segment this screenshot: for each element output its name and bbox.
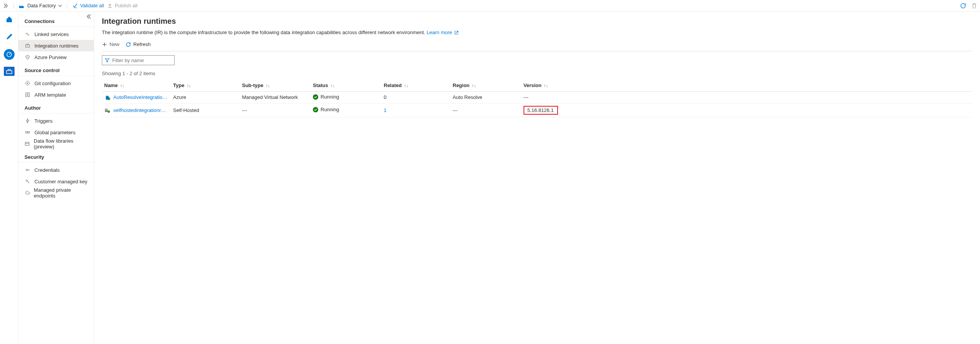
sidebar-item-linked-services[interactable]: Linked services bbox=[18, 28, 94, 40]
data-flow-libraries-icon bbox=[25, 141, 30, 146]
breadcrumb: | Data Factory | Validate all Publish al… bbox=[3, 3, 137, 8]
related-cell: 0 bbox=[381, 92, 450, 104]
name-text: AutoResolveIntegrationR... bbox=[113, 94, 169, 100]
name-cell[interactable]: AutoResolveIntegrationR... bbox=[102, 92, 171, 104]
sidebar-item-credentials[interactable]: Credentials bbox=[18, 164, 94, 176]
collapse-sidepanel-button[interactable] bbox=[86, 14, 92, 19]
rail-author[interactable] bbox=[3, 31, 15, 42]
status-running-icon bbox=[313, 107, 318, 112]
refresh-button[interactable]: Refresh bbox=[126, 41, 151, 47]
svg-rect-6 bbox=[25, 142, 29, 145]
related-cell[interactable]: 1 bbox=[381, 103, 450, 117]
purview-icon bbox=[25, 54, 31, 60]
validate-icon bbox=[72, 3, 78, 8]
svg-rect-12 bbox=[105, 109, 106, 110]
external-link-icon bbox=[454, 30, 459, 35]
col-version-header[interactable]: Version↑↓ bbox=[521, 79, 972, 92]
chevron-right-double-icon bbox=[3, 3, 8, 8]
filter-by-name-input[interactable] bbox=[102, 55, 175, 65]
page-description-text: The integration runtime (IR) is the comp… bbox=[102, 30, 425, 35]
linked-services-icon bbox=[25, 31, 31, 37]
sidebar-item-label: Managed private endpoints bbox=[34, 187, 88, 199]
col-status-header[interactable]: Status↑↓ bbox=[311, 79, 381, 92]
learn-more-link[interactable]: Learn more bbox=[427, 30, 459, 35]
sidebar-item-label: ARM template bbox=[34, 92, 66, 98]
version-highlight-box: 5.16.8126.1 bbox=[524, 106, 558, 115]
sidebar-item-label: Data flow libraries (preview) bbox=[34, 138, 88, 150]
sidebar-item-managed-private-endpoints[interactable]: Managed private endpoints bbox=[18, 187, 94, 199]
rail-home[interactable] bbox=[3, 14, 15, 25]
trash-icon bbox=[972, 3, 977, 9]
sort-icon: ↑↓ bbox=[266, 83, 270, 88]
sidebar-item-arm-template[interactable]: ARM template bbox=[18, 89, 94, 100]
arm-template-icon bbox=[25, 92, 31, 97]
svg-point-7 bbox=[26, 169, 28, 171]
new-button[interactable]: New bbox=[102, 41, 119, 47]
breadcrumb-data-factory[interactable]: Data Factory bbox=[19, 3, 62, 8]
related-link[interactable]: 1 bbox=[384, 107, 386, 113]
sidebar-item-git-configuration[interactable]: Git configuration bbox=[18, 77, 94, 89]
publish-all-button[interactable]: Publish all bbox=[107, 3, 137, 8]
sidebar-item-triggers[interactable]: Triggers bbox=[18, 115, 94, 127]
type-cell: Self-Hosted bbox=[171, 103, 240, 117]
name-text: selfhostedintegrationrun... bbox=[113, 107, 169, 113]
chevron-down-icon bbox=[58, 4, 62, 8]
page-description: The integration runtime (IR) is the comp… bbox=[102, 30, 972, 35]
col-type-header[interactable]: Type↑↓ bbox=[171, 79, 240, 92]
col-related-header[interactable]: Related↑↓ bbox=[381, 79, 450, 92]
item-count-text: Showing 1 - 2 of 2 items bbox=[102, 71, 972, 76]
discard-button[interactable] bbox=[972, 3, 977, 9]
col-region-header[interactable]: Region↑↓ bbox=[450, 79, 521, 92]
svg-point-2 bbox=[27, 83, 28, 84]
page-title: Integration runtimes bbox=[102, 17, 972, 26]
region-cell: --- bbox=[450, 103, 521, 117]
expand-nav-button[interactable] bbox=[3, 3, 8, 8]
sidebar-item-label: Linked services bbox=[34, 31, 69, 37]
toolbox-icon bbox=[6, 68, 13, 74]
sidebar-item-label: Git configuration bbox=[34, 81, 71, 86]
private-endpoints-icon bbox=[25, 190, 30, 196]
version-cell: 5.16.8126.1 bbox=[521, 103, 972, 117]
svg-rect-13 bbox=[106, 109, 107, 110]
breadcrumb-data-factory-label: Data Factory bbox=[27, 3, 56, 8]
filter-row bbox=[102, 55, 972, 65]
credentials-icon bbox=[25, 167, 31, 173]
sidebar-item-label: Credentials bbox=[34, 167, 60, 173]
content-area: Integration runtimes The integration run… bbox=[94, 12, 980, 344]
rail-manage[interactable] bbox=[4, 67, 15, 76]
name-cell[interactable]: selfhostedintegrationrun... bbox=[102, 103, 171, 117]
svg-rect-5 bbox=[28, 132, 29, 133]
svg-rect-1 bbox=[26, 45, 29, 47]
home-icon bbox=[5, 15, 13, 23]
sidebar-item-label: Triggers bbox=[34, 118, 52, 124]
customer-managed-key-icon bbox=[25, 179, 31, 184]
col-name-header[interactable]: Name↑↓ bbox=[102, 79, 171, 92]
side-panel: Connections Linked services Integration … bbox=[18, 12, 94, 344]
status-running-icon bbox=[313, 94, 318, 100]
table-row: selfhostedintegrationrun...Self-Hosted--… bbox=[102, 103, 972, 117]
status-cell: Running bbox=[311, 103, 381, 117]
sidebar-item-global-parameters[interactable]: Global parameters bbox=[18, 127, 94, 138]
rail-monitor[interactable] bbox=[4, 49, 15, 60]
refresh-icon bbox=[960, 3, 966, 9]
global-refresh-button[interactable] bbox=[960, 3, 966, 9]
validate-all-label: Validate all bbox=[80, 3, 104, 8]
data-factory-icon bbox=[19, 3, 25, 8]
sidebar-item-integration-runtimes[interactable]: Integration runtimes bbox=[18, 40, 94, 51]
sidebar-item-customer-managed-key[interactable]: Customer managed key bbox=[18, 176, 94, 187]
integration-runtimes-table: Name↑↓ Type↑↓ Sub-type↑↓ Status↑↓ Relate… bbox=[102, 79, 972, 117]
sort-icon: ↑↓ bbox=[472, 83, 476, 88]
sidebar-item-azure-purview[interactable]: Azure Purview bbox=[18, 51, 94, 63]
self-hosted-ir-icon bbox=[104, 107, 110, 113]
status-text: Running bbox=[321, 94, 339, 100]
triggers-icon bbox=[25, 118, 31, 123]
col-subtype-header[interactable]: Sub-type↑↓ bbox=[240, 79, 311, 92]
content-toolbar: New Refresh bbox=[102, 41, 972, 51]
left-rail bbox=[0, 12, 18, 344]
publish-icon bbox=[107, 3, 113, 8]
global-parameters-icon bbox=[25, 130, 31, 135]
sidebar-item-data-flow-libraries[interactable]: Data flow libraries (preview) bbox=[18, 138, 94, 150]
validate-all-button[interactable]: Validate all bbox=[72, 3, 104, 8]
new-button-label: New bbox=[110, 41, 119, 47]
integration-runtimes-icon bbox=[25, 43, 31, 48]
